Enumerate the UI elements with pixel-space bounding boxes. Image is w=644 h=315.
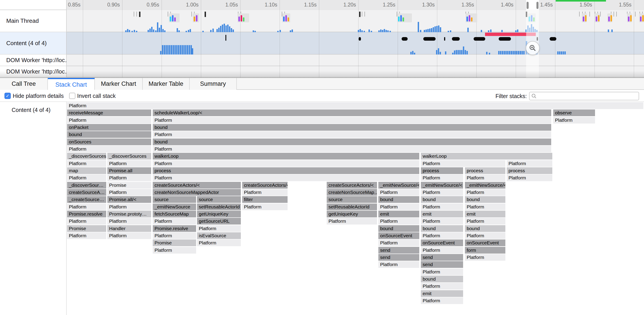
stack-frame[interactable]: onSourceEvent	[465, 240, 505, 246]
stack-frame[interactable]: getUniqueKey	[197, 211, 241, 217]
stack-frame[interactable]: send	[378, 247, 419, 254]
stack-frame[interactable]: Platform	[153, 131, 551, 138]
stack-frame[interactable]: Platform	[507, 174, 552, 181]
stack-frame[interactable]: bound	[421, 196, 463, 203]
stack-frame[interactable]: Promise.resolve	[153, 225, 196, 232]
stack-frame[interactable]: process	[153, 167, 419, 174]
stack-frame[interactable]: onSourceEvent	[378, 232, 419, 239]
stack-frame[interactable]: Platform	[153, 117, 551, 124]
stack-frame[interactable]: Platform	[421, 283, 463, 290]
stack-frame[interactable]: createNonSourceMap…	[327, 189, 377, 196]
stack-frame[interactable]: Platform	[421, 232, 463, 239]
stack-frame[interactable]: Platform	[507, 160, 552, 167]
stack-frame[interactable]: Platform	[421, 218, 463, 225]
stack-frame[interactable]: Platform	[327, 218, 377, 225]
stack-frame[interactable]: emit	[378, 211, 419, 217]
stack-frame[interactable]: bound	[378, 225, 419, 232]
stack-frame[interactable]: onSourceEvent	[421, 240, 463, 246]
stack-frame[interactable]: Platform	[378, 261, 419, 268]
stack-frame[interactable]: Platform	[378, 240, 419, 246]
stack-frame[interactable]: source	[153, 196, 196, 203]
stack-frame[interactable]: Platform	[153, 146, 551, 152]
stack-frame[interactable]: emit	[421, 211, 463, 217]
stack-frame[interactable]: _emitNewSource/<	[378, 182, 419, 189]
stack-frame[interactable]: Platform	[465, 218, 505, 225]
stack-frame[interactable]: Platform	[465, 254, 505, 261]
stack-frame[interactable]: Platform	[465, 174, 505, 181]
stack-frame[interactable]: bound	[465, 196, 505, 203]
stack-frame[interactable]: fetchSourceMap	[153, 211, 196, 217]
stack-frame[interactable]: Platform	[421, 174, 463, 181]
stack-frame[interactable]: emit	[421, 290, 463, 297]
stack-frame[interactable]: _createSource…	[67, 196, 106, 203]
stack-frame[interactable]: send	[378, 254, 419, 261]
stack-frame[interactable]: walkerLoop	[153, 153, 419, 160]
stack-frame[interactable]: Platform	[421, 297, 463, 304]
stack-frame[interactable]: bound	[378, 196, 419, 203]
stack-frame[interactable]: Promise	[107, 182, 151, 189]
stack-frame[interactable]: send	[421, 254, 463, 261]
stack-frame[interactable]: Platform	[421, 189, 463, 196]
stack-frame[interactable]: Platform	[153, 247, 196, 254]
stack-frame[interactable]: Promise.all	[107, 167, 151, 174]
stack-frame[interactable]: Platform	[197, 240, 241, 246]
stack-frame[interactable]: Platform	[67, 102, 643, 109]
stack-frame[interactable]: Platform	[153, 174, 419, 181]
stack-frame[interactable]: _emitNewSource	[153, 204, 196, 210]
stack-frame[interactable]: filter	[242, 196, 288, 203]
stack-frame[interactable]: form	[465, 247, 505, 254]
stack-frame[interactable]: setReusableActorId	[327, 204, 377, 210]
stack-frame[interactable]: Platform	[67, 117, 151, 124]
stack-frame[interactable]: _discoverSources	[67, 153, 106, 160]
stack-frame[interactable]: createSourceActors/<	[153, 182, 241, 189]
stack-frame[interactable]: process	[507, 167, 552, 174]
stack-frame[interactable]: Platform	[378, 189, 419, 196]
stack-frame[interactable]: Platform	[107, 218, 151, 225]
stack-frame[interactable]: Platform	[67, 174, 106, 181]
stack-frame[interactable]: createSourceA…	[67, 189, 106, 196]
stack-frame[interactable]: onPacket	[67, 124, 151, 131]
stack-frame[interactable]: _discoverSour…	[67, 182, 106, 189]
stack-frame[interactable]: Platform	[421, 204, 463, 210]
stack-frame[interactable]: Platform	[67, 160, 106, 167]
stack-frame[interactable]: send	[421, 261, 463, 268]
stack-frame[interactable]: Handler	[107, 225, 151, 232]
stack-frame[interactable]: Platform	[421, 247, 463, 254]
stack-frame[interactable]: walkerLoop	[421, 153, 552, 160]
stack-frame[interactable]: Promise	[153, 240, 196, 246]
stack-frame[interactable]: Platform	[378, 218, 419, 225]
stack-frame[interactable]: Platform	[465, 204, 505, 210]
stack-frame[interactable]: isEvalSource	[197, 232, 241, 239]
stack-frame[interactable]: Platform	[67, 204, 106, 210]
stack-frame[interactable]: Promise	[67, 225, 106, 232]
stack-frame[interactable]: getUniqueKey	[327, 211, 377, 217]
stack-frame[interactable]: Platform	[107, 174, 151, 181]
stack-frame[interactable]: observe	[553, 109, 595, 116]
stack-frame[interactable]: Platform	[107, 232, 151, 239]
stack-frame[interactable]: Platform	[421, 269, 463, 275]
stack-frame[interactable]: Platform	[378, 204, 419, 210]
stack-frame[interactable]: process	[421, 167, 463, 174]
stack-frame[interactable]: emit	[465, 211, 505, 217]
stack-frame[interactable]: Platform	[465, 232, 505, 239]
stack-frame[interactable]: Platform	[421, 160, 505, 167]
stack-frame[interactable]: getSourceURL	[197, 218, 241, 225]
stack-frame[interactable]: scheduleWalkerLoop/<	[153, 109, 551, 116]
stack-frame[interactable]: Promise.all/<	[107, 196, 151, 203]
stack-frame[interactable]: Platform	[153, 232, 196, 239]
stack-frame[interactable]: process	[465, 167, 505, 174]
stack-frame[interactable]: Platform	[67, 232, 106, 239]
stack-frame[interactable]: Platform	[242, 189, 288, 196]
stack-frame[interactable]: source	[197, 196, 241, 203]
stack-frame[interactable]: createNonSourceMappedActor	[153, 189, 241, 196]
stack-frame[interactable]: _discoverSources	[107, 153, 151, 160]
stack-frame[interactable]: setReusableActorId	[197, 204, 241, 210]
stack-frame[interactable]: _emitNewSource/<	[421, 182, 463, 189]
stack-frame[interactable]: Promise.resolve	[67, 211, 106, 217]
stack-frame[interactable]: createSourceActors/<	[242, 182, 288, 189]
stack-frame[interactable]: bound	[421, 276, 463, 282]
stack-frame[interactable]: Platform	[107, 160, 151, 167]
stack-frame[interactable]: bound	[421, 225, 463, 232]
stack-frame[interactable]: onSources	[67, 138, 151, 145]
stack-frame[interactable]: source	[327, 196, 377, 203]
